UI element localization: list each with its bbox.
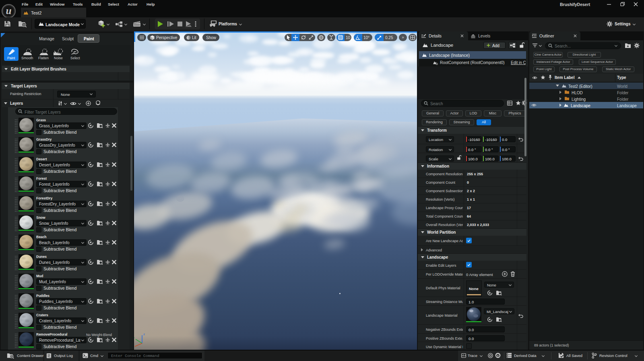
svg-text:z: z bbox=[143, 332, 145, 336]
svg-text:y: y bbox=[134, 336, 134, 340]
svg-text:u: u bbox=[6, 5, 11, 16]
